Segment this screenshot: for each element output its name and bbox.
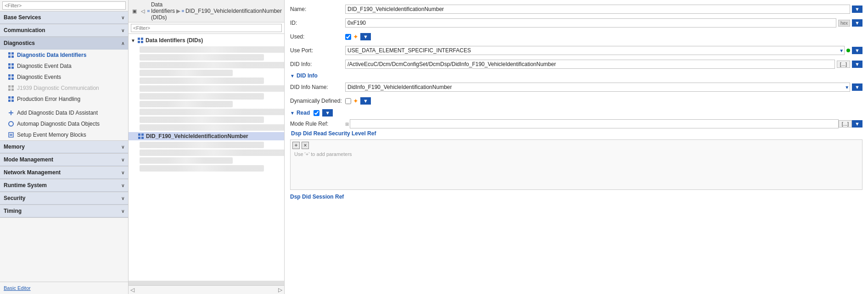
mode-rule-ref-ellipsis-btn[interactable]: [...] (839, 120, 852, 128)
did-info-value-container: [...] ▼ (345, 60, 862, 69)
read-section-header[interactable]: ▼ Read ▼ (290, 109, 862, 116)
svg-rect-37 (141, 41, 143, 43)
svg-rect-28 (147, 11, 148, 12)
did-info-name-select[interactable]: DidInfo_F190_VehicleIdentificationNumber (345, 83, 850, 92)
sidebar-section-security[interactable]: Security ∨ (0, 192, 128, 205)
basic-editor-link[interactable]: Basic Editor (4, 285, 31, 291)
sidebar-item-diagnostic-event-data[interactable]: Diagnostic Event Data (0, 61, 128, 72)
chevron-down-icon: ∨ (121, 28, 124, 33)
sidebar-section-timing[interactable]: Timing ∨ (0, 205, 128, 217)
chevron-down-icon: ∨ (121, 196, 124, 201)
used-row: Used: ✦ ▼ (290, 31, 862, 42)
mode-rule-ref-dropdown-btn[interactable]: ▼ (852, 120, 862, 128)
center-panel: ▣ ◁ Data Identifiers (DIDs) ▶ DID_F190_V… (129, 0, 285, 294)
sidebar-section-memory[interactable]: Memory ∨ (0, 141, 128, 153)
params-add-btn[interactable]: + (292, 142, 300, 149)
read-section-label: Read (297, 110, 310, 116)
sidebar-section-timing-label: Timing (4, 208, 22, 214)
did-info-ellipsis-btn[interactable]: [...] (837, 61, 850, 68)
chevron-up-icon: ∧ (121, 41, 124, 46)
tree-blurred-item (140, 109, 284, 115)
sidebar-filter-area[interactable] (0, 0, 128, 11)
svg-rect-9 (11, 74, 14, 77)
sidebar-item-automap[interactable]: Automap Diagnostic Data Objects (0, 118, 128, 129)
used-checkbox[interactable] (345, 34, 351, 40)
svg-rect-19 (11, 100, 14, 102)
use-port-dropdown-btn[interactable]: ▼ (852, 47, 862, 54)
did-info-dropdown-btn[interactable]: ▼ (852, 61, 862, 68)
sidebar-section-communication[interactable]: Communication ∨ (0, 24, 128, 37)
tree-root-header[interactable]: ▼ Data Identifiers (DIDs) (129, 36, 284, 45)
scroll-left-btn[interactable]: ◁ (130, 287, 134, 293)
sidebar-section-mode-management[interactable]: Mode Management ∨ (0, 154, 128, 166)
read-checkbox[interactable] (314, 110, 319, 116)
read-dropdown-btn[interactable]: ▼ (322, 109, 333, 116)
did-info-section-label: DID Info (297, 72, 318, 79)
params-remove-btn[interactable]: × (302, 142, 309, 149)
tree-blurred-item (140, 62, 284, 68)
did-info-input[interactable] (345, 60, 835, 69)
sidebar-filter-input[interactable] (2, 1, 126, 10)
did-info-name-dropdown-btn[interactable]: ▼ (852, 83, 862, 91)
used-value-container: ✦ ▼ (345, 33, 862, 40)
id-dropdown-btn[interactable]: ▼ (852, 19, 862, 27)
mode-rule-ref-input[interactable] (350, 119, 839, 128)
name-input[interactable] (345, 5, 850, 14)
tool-icon (7, 120, 15, 128)
sidebar-item-add-diagnostic[interactable]: Add Diagnostic Data ID Assistant (0, 107, 128, 118)
did-info-section-collapse[interactable]: ▼ DID Info (290, 72, 862, 79)
dyn-star: ✦ (353, 97, 358, 105)
sidebar-group-communication: Communication ∨ (0, 24, 128, 37)
used-dropdown-btn[interactable]: ▼ (360, 33, 371, 40)
sidebar-content: Base Services ∨ Communication ∨ Diagnost… (0, 11, 128, 282)
tree-item-selected[interactable]: DID_F190_VehicleIdentificationNumber (129, 132, 284, 140)
sidebar-item-diagnostic-events-label: Diagnostic Events (17, 74, 61, 80)
scroll-right-btn[interactable]: ▷ (278, 287, 282, 293)
svg-rect-13 (11, 85, 14, 88)
sidebar-group-mode-management: Mode Management ∨ (0, 154, 128, 166)
id-input[interactable] (345, 18, 836, 28)
name-dropdown-btn[interactable]: ▼ (852, 6, 862, 13)
nav-back-btn[interactable]: ◁ (140, 8, 146, 15)
svg-rect-18 (8, 100, 11, 102)
read-collapse-icon: ▼ (290, 111, 295, 116)
sidebar-section-network-management[interactable]: Network Management ∨ (0, 166, 128, 179)
sidebar-item-diagnostic-data-identifiers[interactable]: Diagnostic Data Identifiers (0, 50, 128, 61)
svg-rect-34 (138, 38, 140, 40)
collapse-icon[interactable]: ▼ (131, 38, 135, 43)
sidebar-item-diagnostic-events[interactable]: Diagnostic Events (0, 72, 128, 83)
nav-panel-btn[interactable]: ▣ (131, 8, 138, 15)
tree-scroll-controls: ◁ ▷ (129, 285, 284, 294)
svg-rect-21 (11, 111, 11, 115)
sidebar-section-base-services-label: Base Services (4, 14, 41, 21)
svg-rect-29 (149, 11, 150, 12)
chevron-down-icon: ∨ (121, 157, 124, 162)
center-filter-area[interactable] (129, 22, 284, 34)
tree-root-label: Data Identifiers (DIDs) (146, 37, 203, 44)
name-label: Name: (290, 6, 345, 12)
horizontal-scrollbar[interactable] (129, 281, 284, 285)
sidebar-item-add-diagnostic-label: Add Diagnostic Data ID Assistant (17, 110, 98, 116)
tree-blurred-item (140, 150, 284, 156)
svg-rect-0 (8, 52, 11, 55)
grid-icon (7, 51, 15, 59)
tree-blurred-item (140, 142, 264, 148)
sidebar-section-diagnostics[interactable]: Diagnostics ∧ (0, 37, 128, 50)
tree-blurred-item (140, 54, 264, 61)
use-port-value-container: USE_DATA_ELEMENT_SPECIFIC_INTERFACES ▼ ▼ (345, 46, 862, 55)
svg-rect-25 (10, 135, 12, 136)
use-port-select[interactable]: USE_DATA_ELEMENT_SPECIFIC_INTERFACES (345, 46, 845, 55)
dsp-did-read-security-link[interactable]: Dsp Did Read Security Level Ref (290, 130, 862, 137)
dynamically-defined-checkbox[interactable] (345, 98, 351, 104)
sidebar-section-base-services[interactable]: Base Services ∨ (0, 11, 128, 24)
dynamically-defined-dropdown-btn[interactable]: ▼ (360, 97, 371, 105)
did-icon (147, 8, 150, 14)
svg-rect-2 (8, 55, 11, 58)
sidebar-item-setup-event-memory[interactable]: Setup Event Memory Blocks (0, 129, 128, 140)
use-port-label: Use Port: (290, 47, 345, 54)
sidebar-item-production-error-handling[interactable]: Production Error Handling (0, 94, 128, 105)
dynamically-defined-checkbox-container (345, 98, 351, 104)
center-filter-input[interactable] (131, 24, 282, 32)
sidebar-section-runtime-system[interactable]: Runtime System ∨ (0, 179, 128, 192)
dsp-did-session-ref-label[interactable]: Dsp Did Session Ref (290, 194, 862, 200)
